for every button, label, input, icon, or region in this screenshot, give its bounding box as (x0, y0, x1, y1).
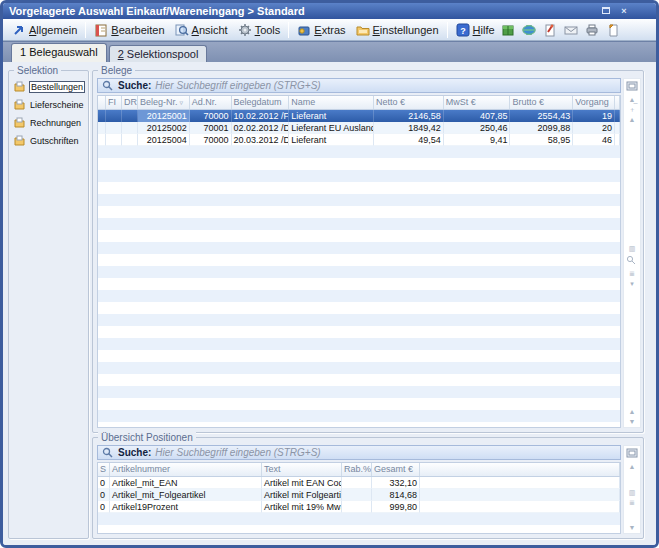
column-header-gesamt[interactable]: Gesamt € (372, 463, 420, 476)
column-header-fi[interactable]: FI (106, 96, 122, 109)
sidebar-item-gutschriften[interactable]: Gutschriften (14, 135, 86, 147)
selektion-groupbox: Selektion Bestellungen Lieferscheine Rec… (8, 70, 89, 539)
belege-search-input[interactable]: Suche: Hier Suchbegriff eingeben (STRG+S… (97, 78, 621, 93)
app-window: Vorgelagerte Auswahl Einkauf/Wareneingan… (0, 0, 659, 548)
column-chooser-icon[interactable] (626, 81, 638, 93)
mail-icon[interactable] (564, 23, 578, 37)
column-header-indicator (98, 96, 106, 109)
column-header-netto[interactable]: Netto € (374, 96, 444, 109)
menubar-separator (447, 22, 448, 38)
belege-grid-header: FI DR Beleg-Nr.▿ Ad.Nr. Belegdatum Name … (98, 96, 620, 110)
magnifier-icon[interactable] (626, 255, 638, 267)
scroll-top-icon[interactable]: ▲̲ (629, 96, 636, 103)
column-header-brutto[interactable]: Brutto € (510, 96, 573, 109)
column-header-trailing (615, 96, 620, 109)
column-header-name[interactable]: Name (289, 96, 374, 109)
column-header-dr[interactable]: DR (122, 96, 138, 109)
scroll-down-icon[interactable]: ▼ (629, 418, 636, 425)
menu-bearbeiten[interactable]: Bearbeiten (89, 21, 169, 39)
lines-icon[interactable]: ≣ (629, 270, 635, 277)
settings-folder-icon (356, 23, 370, 37)
folder-document-icon (14, 99, 26, 111)
positionen-grid: S Artikelnummer Text Rab.% Gesamt € 0 Ar… (97, 462, 621, 534)
menu-einstellungen[interactable]: Einstellungen (351, 21, 444, 39)
menu-allgemein[interactable]: Allgemein (7, 21, 82, 39)
client-area: Selektion Bestellungen Lieferscheine Rec… (3, 62, 656, 545)
package-icon[interactable] (501, 23, 515, 37)
sort-ascending-icon: ▿ (179, 96, 183, 109)
search-placeholder: Hier Suchbegriff eingeben (STRG+S) (155, 80, 320, 91)
folder-document-icon (14, 117, 26, 129)
view-magnifier-icon (175, 23, 189, 37)
folder-document-icon (14, 135, 26, 147)
plus-icon[interactable]: ＋ (629, 106, 636, 113)
column-header-belegnr[interactable]: Beleg-Nr.▿ (138, 96, 190, 109)
menu-tools[interactable]: Tools (233, 21, 286, 39)
table-row[interactable]: 20125004 70000 20.03.2012 /Di Lieferant … (98, 134, 620, 146)
search-icon (102, 80, 114, 92)
titlebar: Vorgelagerte Auswahl Einkauf/Wareneingan… (3, 3, 656, 19)
column-header-trailing (420, 463, 620, 476)
positionen-search-input[interactable]: Suche: Hier Suchbegriff eingeben (STRG+S… (97, 445, 621, 460)
table-row[interactable]: 0 Artikel_mit_Folgeartikel Artikel mit F… (98, 489, 620, 501)
tab-belegauswahl[interactable]: 1 Belegauswahl (11, 43, 107, 62)
scroll-down-small-icon[interactable]: ▾ (630, 280, 634, 287)
globe-icon[interactable] (522, 23, 536, 37)
search-label: Suche: (118, 447, 151, 458)
positionen-groupbox: Übersicht Positionen Suche: Hier Suchbeg… (92, 437, 644, 539)
column-header-rab[interactable]: Rab.% (342, 463, 372, 476)
sidebar-item-rechnungen[interactable]: Rechnungen (14, 117, 86, 129)
table-row-selected[interactable]: 20125001 70000 10.02.2012 /Fr Lieferant … (98, 110, 620, 122)
document-pin-icon[interactable] (543, 23, 557, 37)
belege-grid: FI DR Beleg-Nr.▿ Ad.Nr. Belegdatum Name … (97, 95, 621, 428)
tab-selektionspool[interactable]: 2 Selektionspool (109, 45, 208, 62)
triangle-up-icon[interactable]: ▲ (629, 116, 636, 123)
column-header-vorgang[interactable]: Vorgang (573, 96, 615, 109)
scroll-down-icon[interactable]: ▼ (629, 524, 636, 531)
close-button[interactable]: × (618, 6, 630, 17)
menubar: Allgemein Bearbeiten Ansicht Tools Extra… (3, 19, 656, 41)
arrow-ne-icon (12, 23, 26, 37)
menu-ansicht[interactable]: Ansicht (170, 21, 233, 39)
table-row[interactable]: 0 Artikel19Prozent Artikel mit 19% MwSt.… (98, 501, 620, 513)
extras-box-icon (297, 23, 311, 37)
column-header-s[interactable]: S (98, 463, 110, 476)
pages-icon[interactable]: ▥ (629, 245, 636, 252)
table-row[interactable]: 20125002 70001 02.02.2012 /Do Lieferant … (98, 122, 620, 134)
restore-button[interactable] (600, 6, 612, 17)
grid-empty-area (98, 513, 620, 533)
belege-groupbox: Belege Suche: Hier Suchbegriff eingeben … (92, 70, 644, 433)
column-header-text[interactable]: Text (262, 463, 342, 476)
table-row[interactable]: 0 Artikel_mit_EAN Artikel mit EAN Codes … (98, 477, 620, 489)
pages-icon[interactable]: ▥ (629, 489, 636, 496)
column-header-mwst[interactable]: MwSt € (444, 96, 511, 109)
svg-text:?: ? (460, 25, 466, 35)
window-title: Vorgelagerte Auswahl Einkauf/Wareneingan… (9, 5, 305, 17)
column-chooser-icon[interactable] (626, 448, 638, 460)
menubar-separator (85, 22, 86, 38)
column-header-adnr[interactable]: Ad.Nr. (190, 96, 232, 109)
menu-hilfe[interactable]: ? Hilfe (451, 21, 500, 39)
edit-book-icon (94, 23, 108, 37)
positionen-grid-side-toolbar: ▲ ▥ ≣ ▼ (623, 445, 641, 534)
selektion-group-label: Selektion (14, 65, 61, 76)
help-icon: ? (456, 23, 470, 37)
grid-empty-area (98, 146, 620, 427)
new-document-icon[interactable] (606, 23, 620, 37)
tabstrip: 1 Belegauswahl 2 Selektionspool (3, 41, 656, 62)
column-header-artikelnummer[interactable]: Artikelnummer (110, 463, 262, 476)
sidebar-item-lieferscheine[interactable]: Lieferscheine (14, 99, 86, 111)
folder-document-icon (14, 81, 26, 93)
sidebar-item-bestellungen[interactable]: Bestellungen (14, 81, 86, 93)
scroll-up-icon[interactable]: ▲ (629, 463, 636, 470)
belege-grid-side-toolbar: ▲̲ ＋ ▲ ▥ ≣ ▾ ▲ ▼ (623, 78, 641, 428)
search-label: Suche: (118, 80, 151, 91)
scroll-up-icon[interactable]: ▲ (629, 408, 636, 415)
restore-icon (602, 7, 610, 14)
printer-icon[interactable] (585, 23, 599, 37)
lines-icon[interactable]: ≣ (629, 499, 635, 506)
menu-extras[interactable]: Extras (292, 21, 350, 39)
search-placeholder: Hier Suchbegriff eingeben (STRG+S) (155, 447, 320, 458)
column-header-belegdatum[interactable]: Belegdatum (232, 96, 290, 109)
toolbar-right-icons (501, 23, 620, 37)
